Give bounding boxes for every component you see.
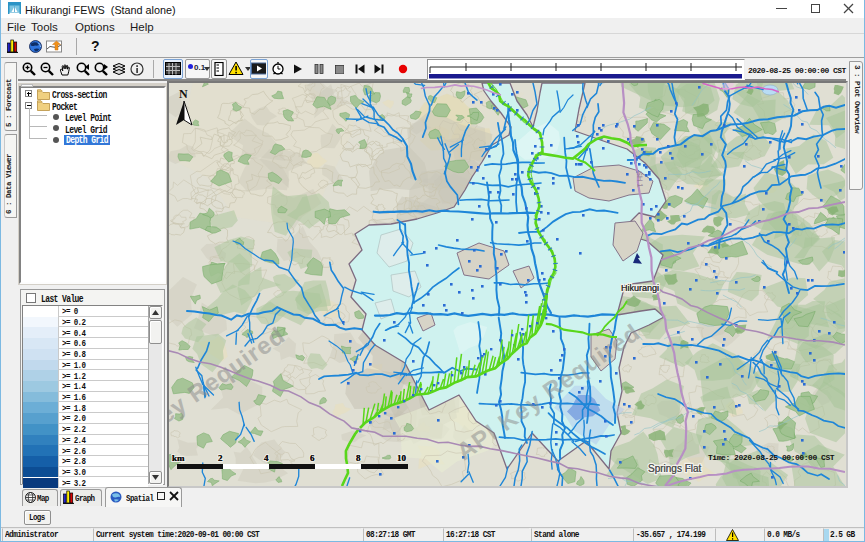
svg-text:N: N	[179, 87, 188, 101]
svg-text:Springs Flat: Springs Flat	[648, 463, 702, 474]
svg-text:4: 4	[264, 453, 269, 463]
svg-text:SH 1: SH 1	[635, 171, 645, 188]
svg-text:2: 2	[218, 453, 223, 463]
svg-text:10: 10	[397, 453, 407, 463]
svg-text:Hikurangi: Hikurangi	[621, 283, 659, 293]
svg-text:6: 6	[310, 453, 315, 463]
svg-text:Time: 2020-08-25 00:00:00 CST: Time: 2020-08-25 00:00:00 CST	[708, 453, 835, 462]
svg-text:8: 8	[356, 453, 361, 463]
svg-text:km: km	[172, 453, 185, 463]
